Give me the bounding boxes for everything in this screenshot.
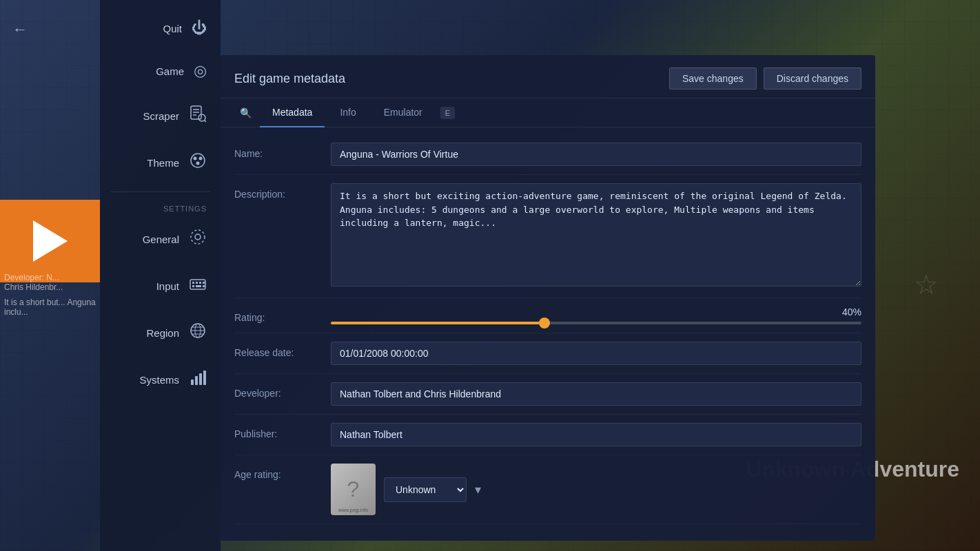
svg-rect-14 bbox=[196, 282, 198, 284]
discard-button[interactable]: Discard changes bbox=[764, 67, 861, 90]
form-content: Name: Description: It is a short but exc… bbox=[221, 127, 875, 527]
tab-e-icon: E bbox=[440, 107, 455, 119]
bg-info-text: Developer: N... Chris Hildenbr... It is … bbox=[0, 269, 100, 321]
scraper-icon bbox=[189, 105, 207, 127]
developer-input[interactable] bbox=[331, 382, 861, 406]
publisher-value bbox=[331, 423, 861, 446]
svg-rect-27 bbox=[199, 373, 202, 385]
svg-point-9 bbox=[196, 162, 200, 165]
quit-icon: ⏻ bbox=[192, 19, 207, 37]
description-row: Description: It is a short but exciting … bbox=[234, 175, 861, 298]
developer-row: Developer: bbox=[234, 374, 861, 415]
sidebar-item-game-label: Game bbox=[156, 65, 184, 77]
sidebar-divider bbox=[111, 191, 210, 192]
tabs-bar: 🔍 Metadata Info Emulator E bbox=[221, 98, 875, 127]
pegi-badge: ? bbox=[331, 464, 376, 515]
svg-rect-25 bbox=[191, 380, 194, 385]
sidebar-item-region[interactable]: Region bbox=[100, 309, 221, 356]
sidebar-item-game[interactable]: Game ◎ bbox=[100, 50, 221, 92]
release-date-row: Release date: bbox=[234, 333, 861, 374]
main-panel: Edit game metadata Save changes Discard … bbox=[221, 55, 875, 541]
sidebar-item-systems[interactable]: Systems bbox=[100, 356, 221, 403]
name-input[interactable] bbox=[331, 143, 861, 166]
genres-row: Genres: bbox=[234, 524, 861, 527]
panel-header: Edit game metadata Save changes Discard … bbox=[221, 55, 875, 98]
sidebar-item-scraper-label: Scraper bbox=[143, 110, 179, 122]
svg-rect-28 bbox=[203, 371, 206, 385]
rating-label: Rating: bbox=[234, 306, 331, 323]
settings-label: Settings bbox=[100, 198, 221, 216]
sidebar-item-scraper[interactable]: Scraper bbox=[100, 92, 221, 139]
tab-emulator[interactable]: Emulator bbox=[371, 98, 435, 127]
region-icon bbox=[189, 322, 207, 344]
sidebar-item-region-label: Region bbox=[146, 327, 179, 339]
developer-value bbox=[331, 382, 861, 406]
tab-search-icon: 🔍 bbox=[234, 99, 257, 127]
systems-icon bbox=[189, 368, 207, 391]
svg-rect-19 bbox=[203, 285, 205, 287]
svg-rect-17 bbox=[192, 285, 194, 287]
description-input[interactable]: It is a short but exciting action-advent… bbox=[331, 183, 861, 287]
rating-row: Rating: 40% bbox=[234, 298, 861, 333]
release-date-label: Release date: bbox=[234, 342, 331, 358]
age-rating-row: Age rating: ? Unknown 3 7 12 16 18 ▾ bbox=[234, 455, 861, 524]
age-rating-value: ? Unknown 3 7 12 16 18 ▾ bbox=[331, 464, 861, 515]
age-rating-container: ? Unknown 3 7 12 16 18 ▾ bbox=[331, 464, 861, 515]
sidebar-item-general-label: General bbox=[143, 233, 179, 245]
publisher-input[interactable] bbox=[331, 423, 861, 446]
svg-point-11 bbox=[191, 230, 205, 244]
game-icon: ◎ bbox=[194, 62, 207, 80]
svg-line-5 bbox=[205, 121, 207, 123]
age-rating-select[interactable]: Unknown 3 7 12 16 18 bbox=[384, 477, 467, 502]
sidebar-item-quit-label: Quit bbox=[163, 23, 182, 34]
back-button[interactable]: ← bbox=[12, 21, 28, 39]
rating-slider[interactable] bbox=[331, 322, 861, 324]
release-date-value bbox=[331, 342, 861, 365]
publisher-row: Publisher: bbox=[234, 415, 861, 455]
name-label: Name: bbox=[234, 143, 331, 159]
svg-point-10 bbox=[195, 234, 201, 240]
publisher-label: Publisher: bbox=[234, 423, 331, 439]
star-icon: ☆ bbox=[914, 269, 939, 300]
rating-slider-container bbox=[331, 322, 861, 324]
svg-point-7 bbox=[194, 157, 197, 160]
theme-icon bbox=[189, 152, 207, 174]
general-icon bbox=[189, 228, 207, 250]
svg-point-8 bbox=[199, 157, 203, 160]
rating-percent-display: 40% bbox=[331, 306, 861, 318]
pegi-question-icon: ? bbox=[347, 477, 360, 502]
rating-container: 40% bbox=[331, 306, 861, 324]
panel-actions: Save changes Discard changes bbox=[669, 67, 861, 90]
svg-rect-12 bbox=[190, 280, 205, 289]
name-row: Name: bbox=[234, 134, 861, 175]
play-triangle-icon bbox=[33, 220, 68, 262]
sidebar-item-theme-label: Theme bbox=[147, 157, 179, 169]
svg-rect-16 bbox=[203, 282, 205, 284]
release-date-input[interactable] bbox=[331, 342, 861, 365]
panel-title: Edit game metadata bbox=[234, 72, 345, 86]
age-rating-label: Age rating: bbox=[234, 464, 331, 480]
description-label: Description: bbox=[234, 183, 331, 200]
sidebar-item-quit[interactable]: Quit ⏻ bbox=[100, 7, 221, 50]
age-chevron-icon: ▾ bbox=[475, 482, 481, 497]
sidebar-item-systems-label: Systems bbox=[139, 374, 179, 386]
sidebar-item-input-label: Input bbox=[156, 280, 179, 292]
tab-metadata[interactable]: Metadata bbox=[260, 98, 325, 127]
sidebar-item-theme[interactable]: Theme bbox=[100, 139, 221, 186]
sidebar-item-general[interactable]: General bbox=[100, 216, 221, 262]
developer-label: Developer: bbox=[234, 382, 331, 399]
svg-point-6 bbox=[191, 154, 205, 167]
sidebar: Quit ⏻ Game ◎ Scraper Theme bbox=[100, 0, 221, 551]
name-value bbox=[331, 143, 861, 166]
tab-info[interactable]: Info bbox=[327, 98, 368, 127]
description-value: It is a short but exciting action-advent… bbox=[331, 183, 861, 289]
svg-rect-18 bbox=[196, 285, 201, 287]
input-icon bbox=[189, 275, 207, 297]
sidebar-item-input[interactable]: Input bbox=[100, 262, 221, 309]
svg-rect-13 bbox=[192, 282, 194, 284]
save-button[interactable]: Save changes bbox=[669, 67, 757, 90]
svg-rect-15 bbox=[199, 282, 201, 284]
svg-rect-26 bbox=[195, 376, 198, 385]
